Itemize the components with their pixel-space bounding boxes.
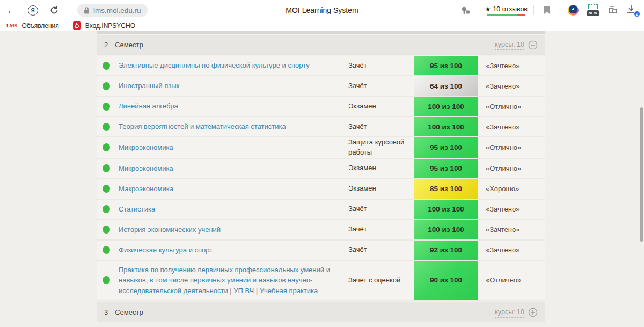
courses-count-link[interactable]: курсы: 10	[495, 307, 524, 318]
score-cell: 100 из 100	[414, 117, 478, 136]
bookmark-label: Объявления	[21, 22, 58, 30]
yandex-home-button[interactable]: Я	[26, 3, 40, 17]
assessment-type: Зачёт	[348, 245, 414, 255]
assessment-type: Зачёт	[348, 204, 414, 214]
score-badge: 64 из 100	[414, 76, 478, 96]
course-row: Микроэкономика Экзамен 95 из 100 «Отличн…	[97, 159, 545, 179]
page-content: 2 Семестр курсы: 10 Элективные дисциплин…	[0, 31, 644, 327]
back-button[interactable]: ←	[4, 3, 18, 17]
collections-button[interactable]	[606, 3, 620, 17]
course-link[interactable]: Микроэкономика	[119, 159, 348, 178]
scrollbar-thumb[interactable]	[640, 107, 643, 242]
bookmarks-bar: LMS Объявления Вход.INPSYCHO	[0, 20, 644, 31]
bookmark-button[interactable]	[540, 3, 554, 17]
minus-circle-icon	[528, 40, 538, 50]
score-badge: 85 из 100	[414, 179, 478, 199]
score-cell: 100 из 100	[414, 200, 478, 219]
status-dot-icon	[103, 103, 110, 111]
assessment-type: Экзамен	[348, 184, 414, 194]
download-count-badge: 2	[634, 11, 640, 17]
capture-new-icon: NEW	[587, 4, 599, 16]
grade-text: «Отлично»	[478, 103, 521, 111]
score-badge: 95 из 100	[414, 137, 478, 158]
score-badge: 95 из 100	[414, 159, 478, 178]
course-row: Иностранный язык Зачёт 64 из 100 «Зачтен…	[97, 76, 545, 97]
course-link[interactable]: Элективные дисциплины по физической куль…	[119, 56, 348, 75]
course-link[interactable]: Макроэкономика	[119, 180, 348, 198]
grade-text: «Хорошо»	[478, 185, 519, 193]
score-badge: 90 из 100	[414, 261, 478, 300]
bookmark-item-announcements[interactable]: LMS Объявления	[6, 22, 59, 30]
yandex-logo-icon: Я	[28, 5, 38, 16]
course-row: Микроэкономика Защита курсовой работы 95…	[97, 137, 545, 159]
grade-text: «Зачтено»	[478, 82, 519, 90]
status-dot-icon	[103, 205, 110, 213]
score-cell: 90 из 100	[414, 261, 478, 300]
course-link[interactable]: Линейная алгебра	[119, 97, 348, 115]
toolbar-separator	[533, 5, 534, 15]
site-reviews-widget[interactable]: ★ 10 отзывов	[485, 5, 528, 16]
course-link[interactable]: Теория вероятностей и математическая ста…	[119, 118, 348, 136]
extension-capture-button[interactable]: NEW	[586, 3, 600, 17]
score-badge: 100 из 100	[414, 97, 478, 116]
status-dot-icon	[103, 246, 110, 254]
course-link[interactable]: Практика по получению первичных професси…	[119, 261, 348, 300]
browser-chrome: ← Я lms.moi.edu.ru MOI Learning System	[0, 0, 644, 31]
collections-icon	[608, 5, 618, 15]
status-dot-icon	[103, 226, 110, 234]
expand-section-button[interactable]	[528, 308, 538, 317]
refresh-button[interactable]	[47, 3, 61, 17]
grade-text: «Зачтено»	[478, 246, 519, 254]
course-link[interactable]: Физическая культура и спорт	[119, 241, 348, 259]
score-badge: 100 из 100	[414, 200, 478, 219]
semester-number: 3	[104, 308, 108, 316]
score-cell: 100 из 100	[414, 220, 478, 239]
assessment-type: Защита курсовой работы	[348, 137, 414, 158]
score-badge: 100 из 100	[414, 117, 478, 136]
bookmark-label: Вход.INPSYCHO	[85, 22, 135, 30]
course-link[interactable]: История экономических учений	[119, 221, 348, 239]
assessment-type: Зачет с оценкой	[348, 275, 414, 286]
collapse-section-button[interactable]	[528, 40, 538, 50]
grade-text: «Зачтено»	[478, 62, 519, 70]
course-link[interactable]: Иностранный язык	[119, 77, 348, 95]
score-cell: 100 из 100	[414, 97, 478, 116]
semester-2-header: 2 Семестр курсы: 10	[97, 35, 545, 55]
address-bar[interactable]: lms.moi.edu.ru	[77, 4, 148, 17]
grade-text: «Отлично»	[478, 164, 521, 172]
back-icon: ←	[6, 5, 17, 16]
course-row: Макроэкономика Экзамен 85 из 100 «Хорошо…	[97, 179, 545, 200]
gradebook-table: 2 Семестр курсы: 10 Элективные дисциплин…	[97, 31, 545, 322]
status-dot-icon	[103, 185, 110, 193]
score-cell: 95 из 100	[414, 137, 478, 158]
toolbar-separator	[479, 5, 479, 15]
course-row: Линейная алгебра Экзамен 100 из 100 «Отл…	[97, 97, 545, 117]
score-cell: 64 из 100	[414, 76, 478, 96]
downloads-button[interactable]: 2	[626, 4, 639, 17]
status-dot-icon	[103, 164, 110, 172]
semester-number: 2	[104, 41, 108, 49]
lms-favicon: LMS	[6, 23, 17, 28]
password-manager-button[interactable]	[459, 3, 473, 17]
course-row: История экономических учений Зачёт 100 и…	[97, 220, 545, 241]
sphere-extension-icon	[568, 5, 579, 16]
grade-text: «Зачтено»	[478, 226, 519, 234]
assessment-type: Зачёт	[348, 61, 414, 71]
course-row: Практика по получению первичных професси…	[97, 261, 545, 301]
lock-icon	[84, 7, 90, 14]
grade-text: «Отлично»	[478, 276, 521, 284]
refresh-icon	[49, 5, 59, 15]
bookmark-flag-icon	[543, 6, 551, 14]
score-cell: 95 из 100	[414, 159, 478, 178]
courses-count-link[interactable]: курсы: 10	[495, 40, 524, 50]
score-cell: 95 из 100	[414, 56, 478, 75]
grade-text: «Зачтено»	[478, 205, 519, 213]
rating-bar	[487, 14, 525, 16]
course-link[interactable]: Микроэкономика	[119, 139, 348, 157]
extension-browser-button[interactable]	[566, 3, 580, 17]
course-link[interactable]: Статистика	[119, 200, 348, 219]
reviews-count-label: 10 отзывов	[493, 5, 528, 13]
bookmark-item-inpsycho[interactable]: Вход.INPSYCHO	[73, 21, 135, 30]
toolbar-separator	[560, 5, 560, 15]
browser-toolbar: ← Я lms.moi.edu.ru MOI Learning System	[0, 0, 644, 20]
